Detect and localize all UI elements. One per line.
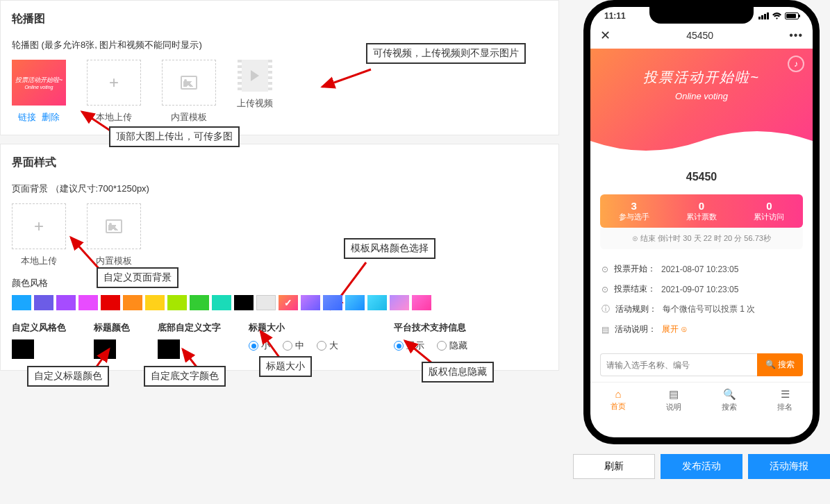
nav-title: 45450 (686, 30, 713, 41)
color-swatch[interactable] (212, 295, 231, 310)
carousel-thumb[interactable]: 投票活动开始啦~ Online voting (12, 60, 66, 106)
color-swatch[interactable] (256, 295, 276, 310)
color-swatch[interactable] (323, 295, 342, 310)
radio-option[interactable]: 大 (317, 339, 338, 352)
color-style-label: 颜色风格 (12, 277, 547, 289)
tab-说明[interactable]: ▤说明 (646, 383, 702, 418)
radio-icon (317, 341, 326, 351)
tab-icon: ⌂ (590, 388, 646, 400)
color-swatch[interactable] (190, 295, 209, 310)
color-swatch[interactable] (56, 295, 76, 310)
color-swatch[interactable] (78, 295, 98, 310)
carousel-delete[interactable]: 删除 (42, 112, 60, 122)
tab-icon: ▤ (646, 388, 702, 401)
poster-button[interactable]: 活动海报 (748, 454, 830, 479)
preview-nav: ✕ 45450 ••• (590, 22, 813, 49)
color-swatch[interactable] (234, 295, 254, 310)
hero-banner: ♪ 投票活动开始啦~ Online voting (590, 49, 813, 160)
activity-title: 45450 (590, 160, 813, 194)
builtin-template-box[interactable] (162, 60, 216, 106)
color-swatch[interactable] (367, 295, 387, 310)
upload-video-box[interactable] (238, 60, 272, 92)
carousel-title: 轮播图 (12, 12, 547, 26)
play-icon (251, 70, 259, 81)
upload-video-label: 上传视频 (237, 97, 273, 110)
radio-option[interactable]: 隐藏 (437, 339, 467, 352)
wifi-icon (772, 12, 782, 20)
color-swatch[interactable] (12, 295, 31, 310)
info-row: ▤活动说明：展开 ⊙ (601, 319, 802, 339)
annotation-title-color: 自定义标题颜色 (27, 366, 109, 387)
title-color-label: 标题颜色 (94, 321, 130, 334)
color-swatch[interactable] (345, 295, 365, 310)
info-row: ⊙投票开始：2021-08-07 10:23:05 (601, 259, 802, 279)
refresh-button[interactable]: 刷新 (573, 454, 655, 479)
svg-line-0 (322, 69, 371, 87)
color-swatch[interactable] (390, 295, 409, 310)
color-swatch[interactable] (301, 295, 320, 310)
search-input[interactable] (600, 353, 757, 376)
close-icon[interactable]: ✕ (600, 28, 611, 43)
status-time: 11:11 (604, 11, 626, 21)
color-swatch[interactable] (412, 295, 431, 310)
color-palette (12, 295, 547, 310)
info-icon: ▤ (601, 325, 609, 335)
hero-title: 投票活动开始啦~ (590, 68, 813, 87)
search-button[interactable]: 🔍 搜索 (757, 353, 803, 376)
annotation-copyright: 版权信息隐藏 (422, 362, 494, 383)
stat-item: 3参与选手 (600, 194, 667, 228)
tab-icon: 🔍 (702, 388, 757, 401)
local-upload-box[interactable]: + (87, 60, 141, 106)
color-swatch[interactable] (279, 295, 298, 310)
tab-排名[interactable]: ☰排名 (757, 383, 813, 418)
annotation-bottom-color: 自定底文字颜色 (144, 366, 226, 387)
tab-bar: ⌂首页▤说明🔍搜索☰排名 (590, 382, 813, 418)
hero-subtitle: Online voting (590, 91, 813, 101)
custom-color-picker[interactable] (12, 339, 34, 359)
annotation-multi: 顶部大图上传出，可传多图 (109, 126, 240, 147)
stat-item: 0累计访问 (736, 194, 803, 228)
phone-notch (649, 7, 754, 24)
info-icon: ⓘ (601, 303, 610, 315)
signal-icon (758, 12, 769, 19)
info-row: ⊙投票结束：2021-09-07 10:23:05 (601, 279, 802, 299)
annotation-video: 可传视频，上传视频则不显示图片 (366, 43, 526, 64)
annotation-palette: 模板风格颜色选择 (344, 238, 435, 259)
stats-bar: 3参与选手0累计票数0累计访问 (600, 194, 803, 228)
annotation-title-size: 标题大小 (259, 356, 312, 377)
color-swatch[interactable] (101, 295, 120, 310)
color-swatch[interactable] (34, 295, 53, 310)
phone-preview: 11:11 ✕ 45450 ••• ♪ 投票活动开始啦~ Online voti… (583, 0, 820, 444)
color-swatch[interactable] (167, 295, 187, 310)
info-icon: ⊙ (601, 285, 608, 294)
expand-link[interactable]: 展开 ⊙ (662, 324, 688, 335)
info-row: ⓘ活动规则：每个微信号可以投票 1 次 (601, 299, 802, 319)
carousel-link[interactable]: 链接 (18, 112, 36, 122)
radio-icon (437, 341, 447, 351)
svg-line-7 (405, 341, 432, 363)
publish-button[interactable]: 发布活动 (661, 454, 742, 479)
bg-label: 页面背景 （建议尺寸:700*1250px) (12, 183, 547, 195)
more-icon[interactable]: ••• (789, 29, 803, 42)
svg-line-6 (260, 331, 280, 358)
carousel-panel: 轮播图 轮播图 (最多允许8张, 图片和视频不能同时显示) 投票活动开始啦~ O… (0, 0, 559, 135)
battery-icon (785, 12, 799, 19)
custom-color-label: 自定义风格色 (12, 321, 66, 334)
style-panel: 界面样式 页面背景 （建议尺寸:700*1250px) + 本地上传 内置模板 … (0, 144, 559, 371)
arrow-icon (319, 69, 374, 97)
image-icon (181, 76, 197, 90)
tab-搜索[interactable]: 🔍搜索 (702, 383, 757, 418)
music-icon[interactable]: ♪ (788, 56, 804, 72)
tab-icon: ☰ (757, 388, 813, 401)
annotation-bg: 自定义页面背景 (97, 267, 179, 288)
style-title: 界面样式 (12, 156, 547, 170)
bottom-text-label: 底部自定义文字 (158, 321, 221, 334)
bg-local-upload[interactable]: + (12, 203, 66, 249)
color-swatch[interactable] (123, 295, 142, 310)
platform-info-label: 平台技术支持信息 (394, 321, 467, 334)
info-list: ⊙投票开始：2021-08-07 10:23:05⊙投票结束：2021-09-0… (590, 249, 813, 349)
tab-首页[interactable]: ⌂首页 (590, 383, 646, 418)
color-swatch[interactable] (145, 295, 165, 310)
image-icon (106, 219, 122, 233)
wave-decoration (590, 127, 813, 160)
